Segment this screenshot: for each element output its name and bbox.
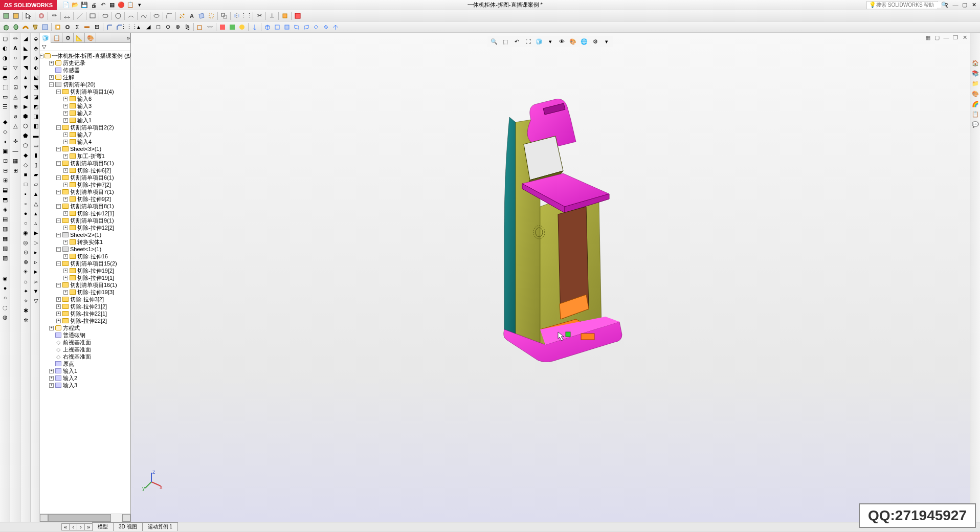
relations-icon[interactable]: ⊥ — [268, 11, 277, 20]
features-icon[interactable] — [2, 11, 11, 20]
misc2-icon[interactable]: ● — [1, 283, 10, 293]
tree-item[interactable]: −切割清单项目1(4) — [40, 88, 130, 95]
weld30-icon[interactable]: ✲ — [21, 316, 30, 325]
note-icon[interactable]: A — [11, 43, 20, 53]
weld14-icon[interactable]: ◇ — [21, 160, 30, 169]
doc-view1-icon[interactable]: ▦ — [924, 34, 932, 41]
draft-icon[interactable]: ◢ — [144, 23, 153, 32]
tree-item[interactable]: −切割清单项目6(1) — [40, 174, 130, 181]
hole-callout-icon[interactable]: ⌀ — [11, 112, 20, 121]
3d-view-tab[interactable]: 3D 视图 — [113, 522, 143, 531]
tree-item[interactable]: 原点 — [40, 360, 130, 367]
weld19-icon[interactable]: ● — [21, 209, 30, 218]
orientation-triad[interactable]: x y z — [141, 471, 162, 491]
tree-item[interactable]: +切除-拉伸6[2] — [40, 167, 130, 174]
tree-item[interactable]: ◇上视基准面 — [40, 346, 130, 353]
tree-expander-icon[interactable]: + — [63, 111, 68, 116]
datum-feature-icon[interactable]: ◬ — [11, 92, 20, 101]
revolve-icon[interactable] — [11, 23, 20, 32]
tree-item[interactable]: 普通碳钢 — [40, 331, 130, 339]
weld27-icon[interactable]: ✦ — [21, 286, 30, 296]
design-library-icon[interactable]: 📚 — [971, 69, 980, 78]
maximize-button[interactable]: ▢ — [961, 2, 969, 9]
convert-icon[interactable] — [207, 11, 216, 20]
new-file-button[interactable]: 📄 — [62, 1, 70, 9]
cut-extrude-icon[interactable] — [53, 23, 62, 32]
surf1-icon[interactable]: ⬙ — [31, 34, 40, 43]
edge-flange-icon[interactable]: ◑ — [1, 53, 10, 62]
apply-scene-icon[interactable]: 🌐 — [580, 37, 589, 46]
tree-expander-icon[interactable]: − — [56, 125, 61, 130]
fillet-feature-icon[interactable] — [105, 23, 114, 32]
surf6-icon[interactable]: ⬔ — [31, 82, 40, 92]
plane-icon[interactable] — [197, 11, 206, 20]
mirror-feature-icon[interactable]: ⧎ — [183, 23, 192, 32]
tree-item[interactable]: +转换实体1 — [40, 238, 130, 246]
tree-item[interactable]: +切除-拉伸12[1] — [40, 210, 130, 217]
weld25-icon[interactable]: ☀ — [21, 267, 30, 276]
render-tools-icon[interactable]: ▾ — [602, 37, 611, 46]
hide-show-icon[interactable]: 👁 — [557, 37, 566, 46]
tree-expander-icon[interactable]: − — [56, 233, 61, 237]
spline-icon[interactable] — [139, 11, 148, 20]
tree-expander-icon[interactable]: − — [56, 218, 61, 223]
iso-view-icon[interactable] — [263, 23, 272, 32]
insert-bends-icon[interactable]: ◈ — [1, 205, 10, 214]
dimxpert-tab[interactable]: 📐 — [74, 33, 85, 43]
tree-item[interactable]: ◇右视基准面 — [40, 353, 130, 360]
pattern-icon[interactable]: ⋮⋮ — [242, 11, 251, 20]
tree-expander-icon[interactable]: + — [63, 168, 68, 173]
tree-expander-icon[interactable]: − — [56, 147, 61, 151]
tree-expander-icon[interactable]: + — [63, 140, 68, 144]
tree-item[interactable]: −切割清单项目5(1) — [40, 160, 130, 167]
minimize-button[interactable]: — — [951, 2, 960, 9]
surf26-icon[interactable]: ▻ — [31, 277, 40, 286]
weld29-icon[interactable]: ✱ — [21, 306, 30, 315]
normal-to-icon[interactable] — [331, 23, 340, 32]
scroll-right-button[interactable] — [122, 514, 130, 522]
tree-root[interactable]: −一体机柜体-拆图-直播课案例 (默 — [40, 52, 130, 59]
left-view-icon[interactable] — [292, 23, 301, 32]
surf25-icon[interactable]: ► — [31, 267, 40, 276]
tree-item[interactable]: +切除-拉伸19[1] — [40, 274, 130, 281]
surf14-icon[interactable]: ▯ — [31, 160, 40, 169]
rib-icon[interactable]: ▲ — [134, 23, 143, 32]
view-palette-icon[interactable]: 🎨 — [971, 89, 980, 98]
fold-icon[interactable]: ⊞ — [1, 175, 10, 185]
surf15-icon[interactable]: ▰ — [31, 170, 40, 179]
tree-expander-icon[interactable]: + — [63, 240, 68, 245]
surf17-icon[interactable]: ▲ — [31, 189, 40, 198]
tree-expander-icon[interactable]: + — [56, 304, 61, 309]
scroll-left-button[interactable] — [40, 514, 48, 522]
tree-expander-icon[interactable]: + — [49, 376, 54, 381]
misc1-icon[interactable]: ◉ — [1, 274, 10, 283]
centermark-icon[interactable]: ✛ — [11, 137, 20, 146]
surf7-icon[interactable]: ◪ — [31, 92, 40, 101]
line-icon[interactable] — [75, 11, 84, 20]
tree-expander-icon[interactable]: − — [56, 204, 61, 209]
feature-filter-bar[interactable]: ▽ — [40, 43, 130, 51]
tree-expander-icon[interactable]: + — [63, 104, 68, 108]
model-tab[interactable]: 模型 — [92, 522, 114, 531]
cross-break-icon[interactable]: ☰ — [1, 102, 10, 111]
tree-item[interactable]: +切除-拉伸19[2] — [40, 267, 130, 274]
tree-item[interactable]: −Sheet<3>(1) — [40, 145, 130, 152]
base-flange-icon[interactable]: ◐ — [1, 43, 10, 53]
tree-expander-icon[interactable]: − — [56, 190, 61, 194]
tab-nav-prev-icon[interactable]: ‹ — [69, 523, 77, 530]
select-icon[interactable] — [24, 11, 33, 20]
weld12-icon[interactable]: ⬠ — [21, 141, 30, 150]
tree-expander-icon[interactable]: − — [56, 247, 61, 252]
surf24-icon[interactable]: ▹ — [31, 257, 40, 267]
ellipse-icon[interactable] — [152, 11, 161, 20]
weld6-icon[interactable]: ▼ — [21, 82, 30, 92]
intersect-icon[interactable]: ⊗ — [173, 23, 182, 32]
weld10-icon[interactable]: ⬡ — [21, 121, 30, 130]
surf21-icon[interactable]: ▶ — [31, 228, 40, 237]
tree-item[interactable]: +切除-拉伸16 — [40, 253, 130, 260]
sketch-tool-icon[interactable]: ✏ — [50, 11, 59, 20]
edit-appearance-icon[interactable]: 🎨 — [568, 37, 577, 46]
doc-close-icon[interactable]: ✕ — [961, 34, 969, 41]
weld1-icon[interactable]: ◢ — [21, 34, 30, 43]
offset-icon[interactable] — [219, 11, 229, 20]
